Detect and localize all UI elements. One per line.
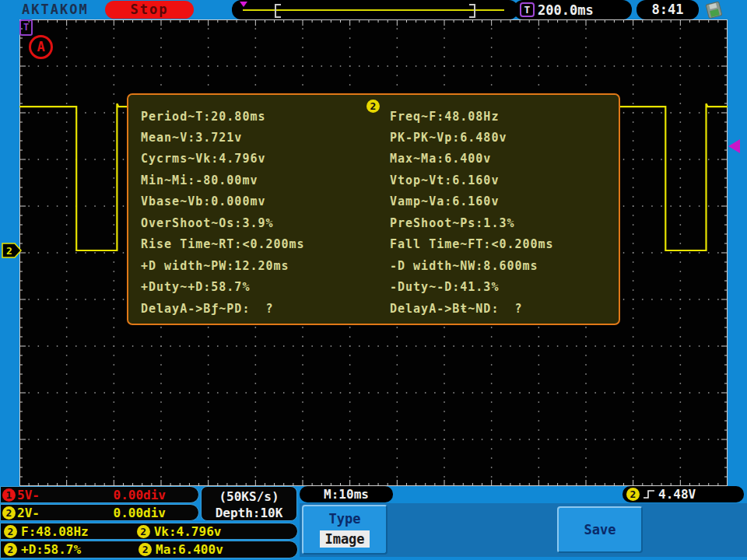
measure-mean: Mean~V:3.721v [141,131,242,145]
ch2-ground-marker: 2 [2,243,23,258]
measure-delay-nd: DelayA->Bŧ~ND: ? [390,302,523,316]
svg-text:2: 2 [6,245,12,257]
title-bar: AKTAKOM Stop T 200.0ms 8:41 [0,0,747,19]
measure-min: Min~Mi:-80.00mv [141,173,258,187]
type-button[interactable]: Type Image [302,505,388,555]
acquisition-status: (50KS/s) Depth:10K [201,486,297,521]
trigger-channel-badge: 2 [626,488,640,501]
measure-delay-pd: DelayA->Bƒ~PD: ? [141,302,274,316]
rising-edge-icon [643,488,655,500]
measure-pos-width: +D width~PW:12.20ms [141,259,289,273]
measurement-panel: 2 Period~T:20.80ms Freq~F:48.08Hz Mean~V… [127,93,620,325]
measure-pos-duty: +Duty~+D:58.7% [141,280,250,294]
trigger-level-value: 4.48V [658,486,696,502]
trigger-level-arrow-icon [728,139,740,153]
readout-freq: 2 F:48.08Hz [4,524,89,539]
memory-depth: Depth:10K [202,505,296,521]
window-left-bracket-icon [275,4,281,18]
memory-line [243,9,504,11]
measure-pkpk: PK-PK~Vp:6.480v [390,131,507,145]
window-right-bracket-icon [469,4,475,18]
run-state-badge: Stop [105,1,194,19]
measure-neg-width: -D width~NW:8.600ms [390,259,538,273]
oscilloscope-screen: AKTAKOM Stop T 200.0ms 8:41 [0,0,747,560]
measure-vbase: Vbase~Vb:0.000mv [141,194,266,208]
type-selected-value[interactable]: Image [320,530,369,548]
status-bar: 1 5V- 0.00div 2 2V- 0.00div (50KS/s) Dep… [0,486,747,560]
measure-vamp: Vamp~Va:6.160v [390,194,499,208]
ch2-scale: 2V- [17,506,40,520]
measure-rise-time: Rise Time~RT:<0.200ms [141,237,305,251]
memory-window-indicator [232,0,518,19]
measure-freq: Freq~F:48.08Hz [390,110,499,124]
trigger-delay-badge: T 200.0ms [514,0,632,19]
measure-fall-time: Fall Time~FT:<0.200ms [390,237,554,251]
waveform-display: T A 2 Period~T:20.80ms Freq~F:48.08Hz Me… [19,19,728,486]
measure-preshoot: PreShoot~Ps:1.3% [390,216,515,230]
auto-measure-indicator: A [29,35,53,59]
trigger-offscreen-icon: T [19,19,33,36]
trigger-status-badge: 2 4.48V [622,486,744,502]
brand-logo: AKTAKOM [22,2,89,17]
trigger-t-icon: T [520,2,535,17]
readout-row-2: 2 +D:58.7% 2 Ma:6.400v [0,541,298,558]
measure-vtop: Vtop~Vt:6.160v [390,173,499,187]
measure-overshoot: OverShoot~Os:3.9% [141,216,274,230]
type-label: Type [303,511,386,527]
ch1-scale: 5V- [17,488,40,502]
measure-neg-duty: -Duty~-D:41.3% [390,280,499,294]
ch2-status: 2 2V- 0.00div [0,504,199,521]
clock: 8:41 [637,0,699,19]
softkey-menu: Type Image Save [300,503,747,557]
readout-row-1: 2 F:48.08Hz 2 Vk:4.796v [0,523,298,540]
readout-max: 2 Ma:6.400v [139,542,223,557]
ch1-status: 1 5V- 0.00div [0,486,199,503]
readout-duty: 2 +D:58.7% [4,542,81,557]
sample-rate: (50KS/s) [202,488,296,505]
ch2-badge: 2 [2,506,16,520]
ch1-offset: 0.00div [114,488,166,502]
ch2-offset: 0.00div [114,506,166,520]
measure-max: Max~Ma:6.400v [390,152,491,166]
trigger-position-marker-icon [240,2,247,7]
ch1-badge: 1 [2,488,16,502]
readout-vk: 2 Vk:4.796v [137,524,222,539]
save-button[interactable]: Save [557,506,643,553]
trigger-delay-value: 200.0ms [538,2,594,18]
measure-cycrms: Cycrms~Vk:4.796v [141,152,266,166]
timebase-badge: M:10ms [300,486,393,502]
measure-period: Period~T:20.80ms [141,110,266,124]
